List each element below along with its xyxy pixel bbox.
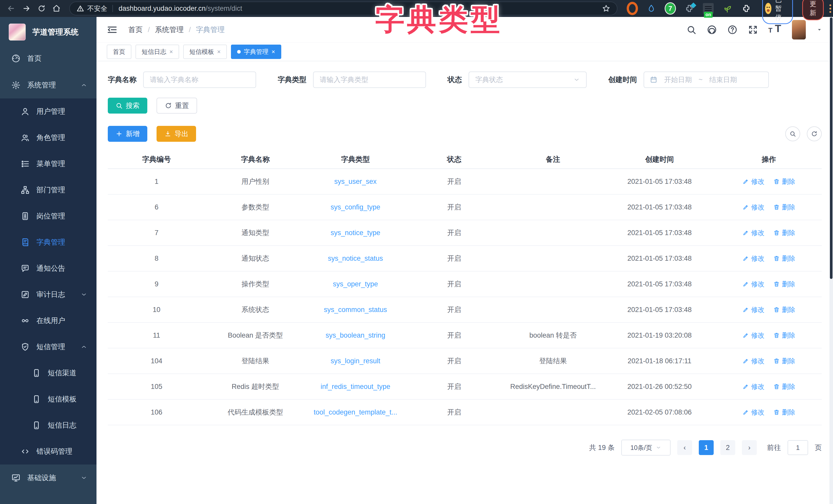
goto-page-input[interactable] xyxy=(788,440,808,455)
sidebar-item-sms-log[interactable]: 短信日志 xyxy=(0,412,96,438)
sidebar-item-online-users[interactable]: 在线用户 xyxy=(0,308,96,334)
export-button[interactable]: 导出 xyxy=(157,126,196,142)
help-icon[interactable] xyxy=(727,25,738,35)
close-icon[interactable]: × xyxy=(169,49,173,55)
page-button-1[interactable]: 1 xyxy=(699,440,714,455)
breadcrumb-system[interactable]: 系统管理 xyxy=(155,25,184,34)
cell-type-link[interactable]: sys_common_status xyxy=(305,306,405,314)
chevron-up-icon xyxy=(80,82,87,89)
paused-extension-pill[interactable]: 已暂停 xyxy=(762,0,793,24)
close-icon[interactable]: × xyxy=(271,49,275,55)
extension-icon-3[interactable]: 7 xyxy=(665,3,676,14)
sidebar-item-audit-log[interactable]: 审计日志 xyxy=(0,281,96,308)
delete-link[interactable]: 删除 xyxy=(773,382,795,391)
edit-link[interactable]: 修改 xyxy=(742,254,764,263)
date-range-picker[interactable]: 开始日期 ~ 结束日期 xyxy=(644,72,769,88)
edit-link[interactable]: 修改 xyxy=(742,331,764,340)
close-icon[interactable]: × xyxy=(217,49,221,55)
edit-link[interactable]: 修改 xyxy=(742,228,764,237)
browser-home-button[interactable] xyxy=(52,3,61,14)
cell-type-link[interactable]: sys_boolean_string xyxy=(305,331,405,339)
cell-type-link[interactable]: sys_notice_type xyxy=(305,229,405,237)
toggle-search-button[interactable] xyxy=(785,126,800,141)
fullscreen-icon[interactable] xyxy=(748,25,758,35)
github-icon[interactable] xyxy=(707,25,717,35)
cell-type-link[interactable]: inf_redis_timeout_type xyxy=(305,383,405,391)
delete-link[interactable]: 删除 xyxy=(773,203,795,212)
caret-down-icon[interactable] xyxy=(816,26,823,33)
sidebar-item-roles[interactable]: 角色管理 xyxy=(0,125,96,151)
cell-type-link[interactable]: tool_codegen_template_t... xyxy=(305,408,405,416)
cell-type-link[interactable]: sys_oper_type xyxy=(305,280,405,288)
sidebar-item-infrastructure[interactable]: 基础设施 xyxy=(0,464,96,491)
tab-sms-template[interactable]: 短信模板 × xyxy=(183,45,227,59)
extension-icon-5[interactable]: on xyxy=(703,3,714,14)
add-button[interactable]: 新增 xyxy=(108,126,147,142)
delete-link[interactable]: 删除 xyxy=(773,228,795,237)
scrollbar-thumb[interactable] xyxy=(830,18,832,279)
edit-link[interactable]: 修改 xyxy=(742,280,764,289)
cell-type-link[interactable]: sys_notice_status xyxy=(305,255,405,262)
sidebar-item-dict[interactable]: 字典管理 xyxy=(0,229,96,255)
sidebar-item-home[interactable]: 首页 xyxy=(0,45,96,72)
tab-home[interactable]: 首页 xyxy=(107,45,132,59)
edit-link[interactable]: 修改 xyxy=(742,203,764,212)
search-button[interactable]: 搜索 xyxy=(108,98,147,114)
sidebar-item-system[interactable]: 系统管理 xyxy=(0,72,96,98)
extension-icon-2[interactable] xyxy=(646,3,657,14)
delete-link[interactable]: 删除 xyxy=(773,305,795,314)
reset-button[interactable]: 重置 xyxy=(157,98,197,114)
delete-link[interactable]: 删除 xyxy=(773,408,795,417)
cell-type-link[interactable]: sys_user_sex xyxy=(305,178,405,185)
delete-link[interactable]: 删除 xyxy=(773,331,795,340)
delete-link[interactable]: 删除 xyxy=(773,357,795,366)
dict-type-input[interactable] xyxy=(313,72,426,88)
sidebar-item-menus[interactable]: 菜单管理 xyxy=(0,151,96,177)
delete-link[interactable]: 删除 xyxy=(773,254,795,263)
page-size-select[interactable]: 10条/页 xyxy=(621,440,670,456)
delete-link[interactable]: 删除 xyxy=(773,177,795,186)
breadcrumb-home[interactable]: 首页 xyxy=(128,25,143,34)
sidebar-item-users[interactable]: 用户管理 xyxy=(0,98,96,125)
extension-icon-7[interactable] xyxy=(741,3,752,14)
address-bar[interactable]: 不安全 dashboard.yudao.iocoder.cn /system/d… xyxy=(69,2,617,16)
sidebar-item-sms-template[interactable]: 短信模板 xyxy=(0,386,96,412)
browser-forward-button[interactable] xyxy=(22,3,31,14)
refresh-table-button[interactable] xyxy=(807,126,822,141)
sidebar-item-notice[interactable]: 通知公告 xyxy=(0,255,96,281)
sidebar-collapse-icon[interactable] xyxy=(107,24,118,35)
edit-link[interactable]: 修改 xyxy=(742,177,764,186)
extension-icon-1[interactable] xyxy=(627,3,638,14)
edit-link[interactable]: 修改 xyxy=(742,408,764,417)
edit-link[interactable]: 修改 xyxy=(742,305,764,314)
bookmark-star-icon[interactable] xyxy=(602,4,610,12)
tab-sms-log[interactable]: 短信日志 × xyxy=(136,45,179,59)
cell-type-link[interactable]: sys_config_type xyxy=(305,203,405,211)
browser-back-button[interactable] xyxy=(7,3,16,14)
sidebar-item-posts[interactable]: 岗位管理 xyxy=(0,203,96,229)
app-brand[interactable]: 芋道管理系统 xyxy=(0,17,96,45)
sidebar-item-sms-channel[interactable]: 短信渠道 xyxy=(0,360,96,386)
browser-menu-icon[interactable] xyxy=(829,4,831,13)
page-button-2[interactable]: 2 xyxy=(720,440,735,455)
user-avatar[interactable] xyxy=(792,20,806,40)
extension-icon-4[interactable] xyxy=(684,3,695,14)
extension-icon-6[interactable] xyxy=(722,3,733,14)
browser-update-button[interactable]: 更新 xyxy=(802,0,824,20)
tab-dict-active[interactable]: 字典管理 × xyxy=(231,45,281,59)
browser-reload-button[interactable] xyxy=(38,3,46,14)
search-icon[interactable] xyxy=(686,25,696,35)
next-page-button[interactable]: › xyxy=(742,440,757,455)
prev-page-button[interactable]: ‹ xyxy=(677,440,692,455)
status-select[interactable]: 字典状态 xyxy=(469,72,587,88)
dict-name-input[interactable] xyxy=(143,72,256,88)
search-actions: 搜索 重置 xyxy=(108,98,822,114)
sidebar-item-sms[interactable]: 短信管理 xyxy=(0,334,96,360)
sidebar-item-departments[interactable]: 部门管理 xyxy=(0,177,96,203)
edit-link[interactable]: 修改 xyxy=(742,382,764,391)
edit-link[interactable]: 修改 xyxy=(742,357,764,366)
font-size-icon[interactable] xyxy=(768,25,782,35)
sidebar-item-error-code[interactable]: 错误码管理 xyxy=(0,438,96,464)
delete-link[interactable]: 删除 xyxy=(773,280,795,289)
cell-type-link[interactable]: sys_login_result xyxy=(305,357,405,365)
